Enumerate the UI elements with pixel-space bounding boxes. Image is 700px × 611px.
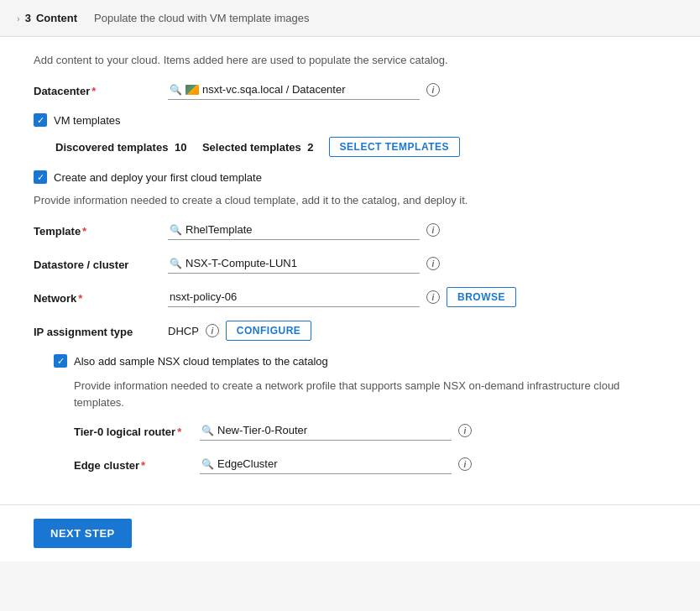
tier0-value: 🔍 New-Tier-0-Router i <box>200 420 666 441</box>
step-description: Populate the cloud with VM template imag… <box>94 12 310 24</box>
checkmark-icon2: ✓ <box>37 173 44 182</box>
browse-button[interactable]: BROWSE <box>447 287 516 307</box>
search-icon5: 🔍 <box>201 458 214 470</box>
ip-assignment-label: IP assignment type <box>34 321 168 338</box>
search-icon2: 🔍 <box>170 224 182 236</box>
vm-templates-checkbox-row: ✓ VM templates <box>34 113 666 127</box>
ip-assignment-text: DHCP <box>168 325 199 337</box>
step-indicator: › 3 Content <box>17 12 77 24</box>
discovered-templates-info: Discovered templates 10 Selected templat… <box>54 141 316 154</box>
create-deploy-checkbox-row: ✓ Create and deploy your first cloud tem… <box>34 170 666 184</box>
template-value: 🔍 RhelTemplate i <box>168 220 666 240</box>
search-icon4: 🔍 <box>201 425 214 436</box>
step-title: Content <box>36 12 77 24</box>
datastore-input[interactable]: 🔍 NSX-T-Compute-LUN1 <box>168 253 420 274</box>
footer-bar: NEXT STEP <box>0 504 700 561</box>
network-label: Network* <box>34 287 168 305</box>
datacenter-icon <box>185 85 199 95</box>
nsx-checkbox-label: Also add sample NSX cloud templates to t… <box>74 355 328 368</box>
required-indicator2: * <box>82 225 86 238</box>
datacenter-value: 🔍 nsxt-vc.sqa.local / Datacenter i <box>168 80 666 100</box>
next-step-button[interactable]: NEXT STEP <box>34 519 132 548</box>
edge-cluster-row: Edge cluster* 🔍 EdgeCluster i <box>74 454 666 474</box>
vm-templates-label: VM templates <box>54 114 120 127</box>
network-info-icon[interactable]: i <box>426 290 440 304</box>
nsx-description: Provide information needed to create a n… <box>74 378 666 410</box>
datastore-value: 🔍 NSX-T-Compute-LUN1 i <box>168 253 666 274</box>
template-label: Template* <box>34 220 168 238</box>
configure-button[interactable]: CONFIGURE <box>226 321 312 341</box>
templates-stats-row: Discovered templates 10 Selected templat… <box>54 137 666 157</box>
template-row: Template* 🔍 RhelTemplate i <box>34 220 666 240</box>
edge-cluster-info-icon[interactable]: i <box>458 457 472 471</box>
network-value: nsxt-policy-06 i BROWSE <box>168 287 666 307</box>
datacenter-label: Datacenter* <box>34 80 168 97</box>
required-indicator3: * <box>78 292 82 305</box>
create-deploy-description: Provide information needed to create a c… <box>34 194 666 206</box>
datacenter-text: nsxt-vc.sqa.local / Datacenter <box>202 83 346 96</box>
select-templates-button[interactable]: SELECT TEMPLATES <box>329 137 460 157</box>
template-input[interactable]: 🔍 RhelTemplate <box>168 220 420 240</box>
create-deploy-checkbox[interactable]: ✓ <box>34 170 47 184</box>
network-input[interactable]: nsxt-policy-06 <box>168 287 420 307</box>
network-text: nsxt-policy-06 <box>170 290 237 303</box>
edge-cluster-text: EdgeCluster <box>217 457 278 470</box>
datastore-row: Datastore / cluster 🔍 NSX-T-Compute-LUN1… <box>34 253 666 274</box>
template-info-icon[interactable]: i <box>426 223 440 237</box>
search-icon: 🔍 <box>170 84 182 96</box>
tier0-text: New-Tier-0-Router <box>217 424 307 436</box>
nsx-checkbox[interactable]: ✓ <box>54 354 67 368</box>
required-indicator5: * <box>141 459 145 472</box>
datastore-text: NSX-T-Compute-LUN1 <box>185 257 297 269</box>
checkmark-icon3: ✓ <box>57 357 65 366</box>
datacenter-info-icon[interactable]: i <box>426 83 440 97</box>
chevron-icon: › <box>17 13 20 24</box>
edge-cluster-label: Edge cluster* <box>74 454 200 472</box>
tier0-label: Tier-0 logical router* <box>74 420 200 438</box>
datastore-label: Datastore / cluster <box>34 253 168 271</box>
ip-assignment-info-icon[interactable]: i <box>206 324 219 337</box>
edge-cluster-value: 🔍 EdgeCluster i <box>200 454 666 474</box>
tier0-info-icon[interactable]: i <box>458 424 472 437</box>
datacenter-row: Datacenter* 🔍 nsxt-vc.sqa.local / Datace… <box>34 80 666 100</box>
required-indicator4: * <box>177 426 181 438</box>
required-indicator: * <box>91 85 96 97</box>
edge-cluster-input[interactable]: 🔍 EdgeCluster <box>200 454 452 474</box>
header-bar: › 3 Content Populate the cloud with VM t… <box>0 0 700 37</box>
create-deploy-label: Create and deploy your first cloud templ… <box>54 171 262 184</box>
datastore-info-icon[interactable]: i <box>426 257 440 270</box>
nsx-checkbox-row: ✓ Also add sample NSX cloud templates to… <box>54 354 666 368</box>
template-text: RhelTemplate <box>185 223 253 236</box>
vm-templates-checkbox[interactable]: ✓ <box>34 113 47 127</box>
section-description: Add content to your cloud. Items added h… <box>34 54 666 66</box>
ip-assignment-value: DHCP i CONFIGURE <box>168 321 666 341</box>
tier0-input[interactable]: 🔍 New-Tier-0-Router <box>200 420 452 441</box>
main-content: Add content to your cloud. Items added h… <box>0 37 700 498</box>
ip-assignment-row: IP assignment type DHCP i CONFIGURE <box>34 321 666 341</box>
datacenter-input[interactable]: 🔍 nsxt-vc.sqa.local / Datacenter <box>168 80 420 100</box>
checkmark-icon: ✓ <box>37 116 44 125</box>
network-row: Network* nsxt-policy-06 i BROWSE <box>34 287 666 307</box>
search-icon3: 🔍 <box>170 258 182 269</box>
step-number-label: 3 <box>25 12 31 24</box>
tier0-row: Tier-0 logical router* 🔍 New-Tier-0-Rout… <box>74 420 666 441</box>
